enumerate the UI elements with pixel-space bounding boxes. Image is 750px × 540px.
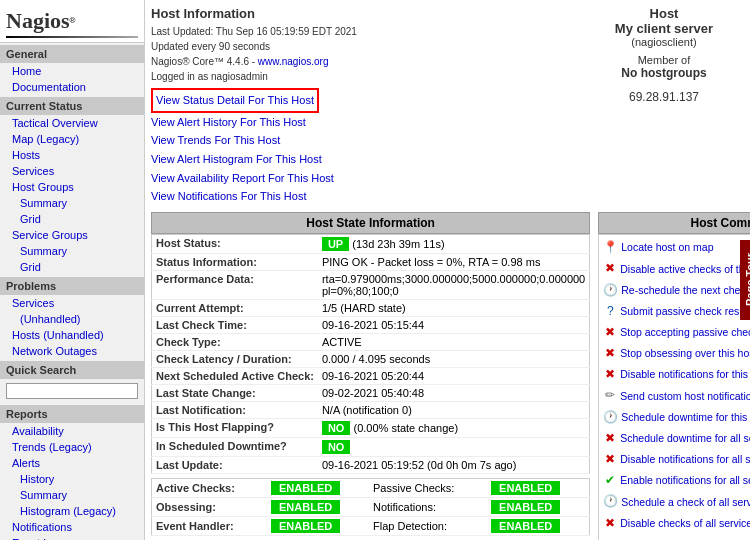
- sidebar-item-services[interactable]: Services: [0, 163, 144, 179]
- section-reports: Reports: [0, 405, 144, 423]
- x-icon-7: ✖: [603, 514, 617, 533]
- table-row: Obsessing: ENABLED Notifications: ENABLE…: [152, 498, 590, 517]
- sidebar-item-alerts[interactable]: Alerts: [0, 455, 144, 471]
- checks-value-active: ENABLED: [267, 479, 369, 498]
- sidebar-item-services-unhandled[interactable]: (Unhandled): [0, 311, 144, 327]
- sidebar-item-service-groups[interactable]: Service Groups: [0, 227, 144, 243]
- cmd-link-disable-active[interactable]: Disable active checks of this host: [620, 261, 750, 278]
- checks-label-event-handler: Event Handler:: [152, 517, 268, 536]
- link-alert-history[interactable]: View Alert History For This Host: [151, 113, 574, 132]
- clock-icon-2: 🕐: [603, 408, 618, 427]
- checks-value-notifications: ENABLED: [487, 498, 590, 517]
- table-row: Last Notification: N/A (notification 0): [152, 402, 590, 419]
- host-state-header: Host State Information: [151, 212, 590, 234]
- link-notifications[interactable]: View Notifications For This Host: [151, 187, 574, 206]
- checks-label-passive: Passive Checks:: [369, 479, 487, 498]
- cmd-disable-notif-services: ✖ Disable notifications for all services…: [599, 449, 750, 470]
- sidebar-item-alerts-history[interactable]: History: [0, 471, 144, 487]
- status-badge-no-flapping: NO: [322, 421, 351, 435]
- sidebar-item-availability[interactable]: Availability: [0, 423, 144, 439]
- sidebar-item-sg-grid[interactable]: Grid: [0, 259, 144, 275]
- cmd-locate-host: 📍 Locate host on map: [599, 237, 750, 258]
- cmd-link-send-custom[interactable]: Send custom host notification: [620, 388, 750, 405]
- cmd-link-submit-passive[interactable]: Submit passive check result for this hos…: [620, 303, 750, 320]
- cmd-link-enable-checks-services[interactable]: Enable checks of all services on this ho…: [620, 536, 750, 540]
- sidebar-item-documentation[interactable]: Documentation: [0, 79, 144, 95]
- link-availability-report[interactable]: View Availability Report For This Host: [151, 169, 574, 188]
- state-value-next-check: 09-16-2021 05:20:44: [318, 368, 590, 385]
- cmd-link-schedule-check-services[interactable]: Schedule a check of all services on this…: [621, 494, 750, 511]
- state-label-check-type: Check Type:: [152, 334, 318, 351]
- state-value-host-status: UP (13d 23h 39m 11s): [318, 235, 590, 254]
- state-label-next-check: Next Scheduled Active Check:: [152, 368, 318, 385]
- badge-notifications: ENABLED: [491, 500, 560, 514]
- host-last-updated: Last Updated: Thu Sep 16 05:19:59 EDT 20…: [151, 24, 574, 39]
- state-value-status-info: PING OK - Packet loss = 0%, RTA = 0.98 m…: [318, 254, 590, 271]
- sidebar-item-hg-summary[interactable]: Summary: [0, 195, 144, 211]
- cmd-link-disable-notif-services[interactable]: Disable notifications for all services o…: [620, 451, 750, 468]
- sidebar-item-host-groups[interactable]: Host Groups: [0, 179, 144, 195]
- top-section: Host Information Last Updated: Thu Sep 1…: [151, 6, 744, 206]
- logo-line: [6, 36, 138, 38]
- section-problems: Problems: [0, 277, 144, 295]
- sidebar-item-hosts-unhandled[interactable]: Hosts (Unhandled): [0, 327, 144, 343]
- checks-label-active: Active Checks:: [152, 479, 268, 498]
- state-label-status-info: Status Information:: [152, 254, 318, 271]
- sidebar-item-event-log[interactable]: Event Log: [0, 535, 144, 540]
- cmd-link-locate[interactable]: Locate host on map: [621, 239, 713, 256]
- state-value-latency: 0.000 / 4.095 seconds: [318, 351, 590, 368]
- no-hostgroups: No hostgroups: [584, 66, 744, 80]
- cmd-link-stop-obsessing[interactable]: Stop obsessing over this host: [620, 345, 750, 362]
- table-row: Host Status: UP (13d 23h 39m 11s): [152, 235, 590, 254]
- cmd-stop-passive: ✖ Stop accepting passive checks for this…: [599, 322, 750, 343]
- cmd-disable-active: ✖ Disable active checks of this host: [599, 258, 750, 279]
- sidebar-item-alerts-summary[interactable]: Summary: [0, 487, 144, 503]
- state-value-last-state-change: 09-02-2021 05:40:48: [318, 385, 590, 402]
- cmd-link-enable-notif-services[interactable]: Enable notifications for all services on…: [620, 472, 750, 489]
- sidebar-item-hg-grid[interactable]: Grid: [0, 211, 144, 227]
- table-row: Status Information: PING OK - Packet los…: [152, 254, 590, 271]
- cmd-link-schedule-downtime[interactable]: Schedule downtime for this host: [621, 409, 750, 426]
- sidebar-item-sg-summary[interactable]: Summary: [0, 243, 144, 259]
- nagios-link[interactable]: www.nagios.org: [258, 56, 329, 67]
- sidebar-item-trends-legacy[interactable]: Trends (Legacy): [0, 439, 144, 455]
- clock-icon-3: 🕐: [603, 492, 618, 511]
- cmd-link-disable-notifications[interactable]: Disable notifications for this host: [620, 366, 750, 383]
- host-info-left: Host Information Last Updated: Thu Sep 1…: [151, 6, 574, 206]
- sidebar-item-hosts[interactable]: Hosts: [0, 147, 144, 163]
- sidebar-item-problems-services[interactable]: Services: [0, 295, 144, 311]
- search-input[interactable]: [6, 383, 138, 399]
- cmd-link-reschedule[interactable]: Re-schedule the next check of this host: [621, 282, 750, 299]
- x-icon-2: ✖: [603, 323, 617, 342]
- cmd-link-disable-checks-services[interactable]: Disable checks of all services on this h…: [620, 515, 750, 532]
- sidebar-item-histogram-legacy[interactable]: Histogram (Legacy): [0, 503, 144, 519]
- state-label-perf-data: Performance Data:: [152, 271, 318, 300]
- x-icon-1: ✖: [603, 259, 617, 278]
- table-row: Current Attempt: 1/5 (HARD state): [152, 300, 590, 317]
- link-status-detail[interactable]: View Status Detail For This Host: [151, 88, 319, 113]
- sidebar-item-map-legacy[interactable]: Map (Legacy): [0, 131, 144, 147]
- sidebar-item-network-outages[interactable]: Network Outages: [0, 343, 144, 359]
- sidebar-item-home[interactable]: Home: [0, 63, 144, 79]
- sidebar-item-notifications[interactable]: Notifications: [0, 519, 144, 535]
- cmd-link-stop-passive[interactable]: Stop accepting passive checks for this h…: [620, 324, 750, 341]
- cmd-link-schedule-downtime-services[interactable]: Schedule downtime for all services on th…: [620, 430, 750, 447]
- page-tour-tab[interactable]: Page Tour: [740, 240, 750, 320]
- state-label-last-notification: Last Notification:: [152, 402, 318, 419]
- badge-obsessing: ENABLED: [271, 500, 340, 514]
- search-container: [0, 379, 144, 403]
- sidebar-item-tactical-overview[interactable]: Tactical Overview: [0, 115, 144, 131]
- section-general: General: [0, 45, 144, 63]
- state-label-flapping: Is This Host Flapping?: [152, 419, 318, 438]
- state-value-current-attempt: 1/5 (HARD state): [318, 300, 590, 317]
- link-alert-histogram[interactable]: View Alert Histogram For This Host: [151, 150, 574, 169]
- state-value-downtime: NO: [318, 438, 590, 457]
- commands-list: 📍 Locate host on map ✖ Disable active ch…: [598, 234, 750, 540]
- link-trends[interactable]: View Trends For This Host: [151, 131, 574, 150]
- checks-label-notifications: Notifications:: [369, 498, 487, 517]
- host-nagios-core: Nagios® Core™ 4.4.6 - www.nagios.org: [151, 54, 574, 69]
- state-label-last-state-change: Last State Change:: [152, 385, 318, 402]
- host-label: Host: [584, 6, 744, 21]
- x-icon-5: ✖: [603, 429, 617, 448]
- x-icon-6: ✖: [603, 450, 617, 469]
